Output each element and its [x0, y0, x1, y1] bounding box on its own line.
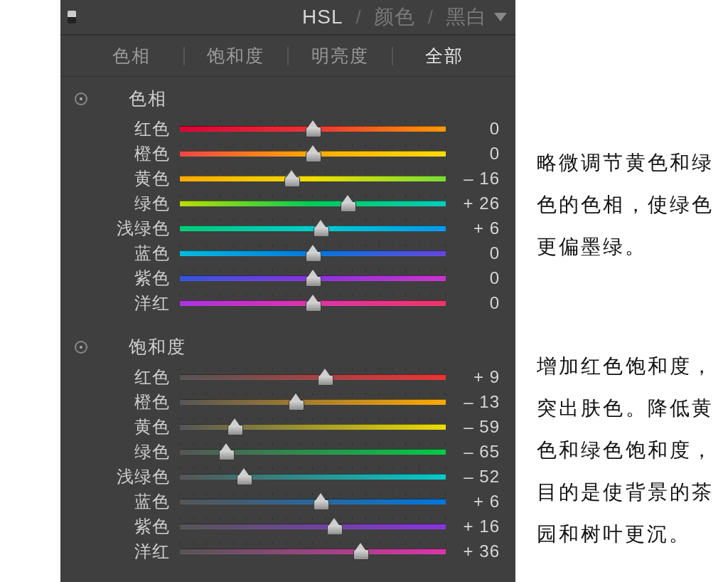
slider-row-sat-green: 绿色– 65 — [73, 439, 503, 464]
slider-row-sat-yellow: 黄色– 59 — [73, 414, 503, 439]
section-header: 色相 — [73, 83, 503, 116]
slider-value[interactable]: 0 — [446, 268, 503, 288]
slider-row-sat-purple: 紫色+ 16 — [73, 514, 503, 539]
slider-track[interactable] — [180, 294, 446, 312]
sections: 色相红色0橙色0黄色– 16绿色+ 26浅绿色+ 6蓝色0紫色0洋红0饱和度红色… — [60, 77, 515, 564]
tab-hue[interactable]: 色相 — [80, 44, 183, 68]
hsl-panel: HSL/颜色/黑白 色相饱和度明亮度全部 色相红色0橙色0黄色– 16绿色+ 2… — [60, 0, 515, 582]
slider-value[interactable]: – 59 — [446, 417, 503, 437]
slider-value[interactable]: + 26 — [446, 194, 503, 213]
slider-label: 橙色 — [73, 142, 180, 165]
slider-value[interactable]: 0 — [446, 119, 503, 139]
slider-row-hue-blue: 蓝色0 — [73, 240, 503, 265]
slider-label: 绿色 — [73, 440, 180, 463]
annotation-text-2: 增加红色饱和度，突出肤色。降低黄色和绿色饱和度，目的是使背景的茶园和树叶更沉。 — [537, 346, 714, 555]
slider-label: 黄色 — [73, 416, 180, 438]
mode-separator: / — [428, 6, 433, 28]
slider-label: 绿色 — [73, 192, 180, 215]
slider-label: 洋红 — [73, 292, 180, 314]
slider-value[interactable]: + 9 — [446, 367, 503, 387]
slider-row-sat-red: 红色+ 9 — [73, 364, 503, 389]
slider-row-hue-aqua: 浅绿色+ 6 — [73, 216, 503, 240]
slider-track[interactable] — [180, 418, 446, 436]
slider-row-hue-red: 红色0 — [73, 116, 503, 141]
annotation-text-1: 略微调节黄色和绿色的色相，使绿色更偏墨绿。 — [537, 142, 714, 268]
slider-value[interactable]: + 36 — [446, 541, 503, 561]
section-sat: 饱和度红色+ 9橙色– 13黄色– 59绿色– 65浅绿色– 52蓝色+ 6紫色… — [73, 331, 503, 564]
slider-value[interactable]: – 13 — [446, 392, 503, 412]
slider-track[interactable] — [180, 368, 446, 386]
slider-label: 浅绿色 — [73, 465, 180, 488]
slider-value[interactable]: + 6 — [446, 492, 503, 512]
annotation-column: 略微调节黄色和绿色的色相，使绿色更偏墨绿。增加红色饱和度，突出肤色。降低黄色和绿… — [515, 0, 728, 582]
slider-track[interactable] — [180, 467, 446, 486]
tab-luminance[interactable]: 明亮度 — [289, 44, 392, 68]
mode-color[interactable]: 颜色 — [374, 4, 415, 31]
slider-row-hue-magenta: 洋红0 — [73, 290, 503, 315]
slider-track[interactable] — [180, 144, 446, 163]
header-modes: HSL/颜色/黑白 — [302, 4, 487, 31]
slider-label: 洋红 — [73, 540, 180, 563]
slider-label: 黄色 — [73, 167, 180, 190]
slider-label: 橙色 — [73, 391, 180, 413]
slider-track[interactable] — [180, 393, 446, 411]
slider-label: 紫色 — [73, 267, 180, 290]
panel-toggle-icon[interactable] — [68, 11, 76, 23]
slider-track[interactable] — [180, 169, 446, 188]
slider-label: 蓝色 — [73, 242, 180, 265]
slider-value[interactable]: 0 — [446, 144, 503, 164]
slider-track[interactable] — [180, 194, 446, 213]
slider-track[interactable] — [180, 492, 446, 511]
slider-label: 蓝色 — [73, 490, 180, 513]
mode-separator: / — [356, 6, 361, 28]
slider-track[interactable] — [180, 542, 446, 561]
slider-label: 紫色 — [73, 515, 180, 538]
slider-track[interactable] — [180, 517, 446, 536]
slider-row-hue-green: 绿色+ 26 — [73, 191, 503, 216]
slider-row-hue-yellow: 黄色– 16 — [73, 166, 503, 191]
slider-row-hue-purple: 紫色0 — [73, 265, 503, 290]
slider-track[interactable] — [180, 120, 446, 138]
section-hue: 色相红色0橙色0黄色– 16绿色+ 26浅绿色+ 6蓝色0紫色0洋红0 — [73, 83, 503, 315]
section-title: 色相 — [129, 87, 167, 110]
panel-menu-dropdown-icon[interactable] — [494, 13, 507, 21]
targeted-adjustment-icon[interactable] — [75, 92, 87, 105]
slider-value[interactable]: + 6 — [446, 218, 503, 238]
section-header: 饱和度 — [73, 331, 503, 364]
slider-track[interactable] — [180, 443, 446, 461]
slider-row-sat-blue: 蓝色+ 6 — [73, 489, 503, 514]
slider-value[interactable]: – 65 — [446, 442, 503, 462]
slider-row-hue-orange: 橙色0 — [73, 141, 503, 166]
slider-label: 浅绿色 — [73, 217, 180, 240]
section-title: 饱和度 — [129, 335, 186, 359]
slider-track[interactable] — [180, 269, 446, 287]
slider-row-sat-aqua: 浅绿色– 52 — [73, 464, 503, 489]
slider-track[interactable] — [180, 244, 446, 263]
slider-label: 红色 — [73, 366, 180, 388]
tab-bar: 色相饱和度明亮度全部 — [60, 36, 515, 77]
slider-row-sat-orange: 橙色– 13 — [73, 389, 503, 414]
tab-saturation[interactable]: 饱和度 — [185, 44, 288, 68]
targeted-adjustment-icon[interactable] — [75, 341, 87, 354]
slider-value[interactable]: – 16 — [446, 169, 503, 189]
panel-header: HSL/颜色/黑白 — [60, 0, 515, 36]
slider-label: 红色 — [73, 117, 180, 140]
slider-value[interactable]: + 16 — [446, 517, 503, 536]
mode-hsl[interactable]: HSL — [302, 6, 343, 28]
slider-track[interactable] — [180, 219, 446, 238]
slider-value[interactable]: 0 — [446, 293, 503, 313]
tab-all[interactable]: 全部 — [393, 44, 496, 68]
slider-value[interactable]: 0 — [446, 243, 503, 263]
slider-value[interactable]: – 52 — [446, 467, 503, 487]
mode-bw[interactable]: 黑白 — [446, 4, 487, 31]
slider-row-sat-magenta: 洋红+ 36 — [73, 539, 503, 564]
